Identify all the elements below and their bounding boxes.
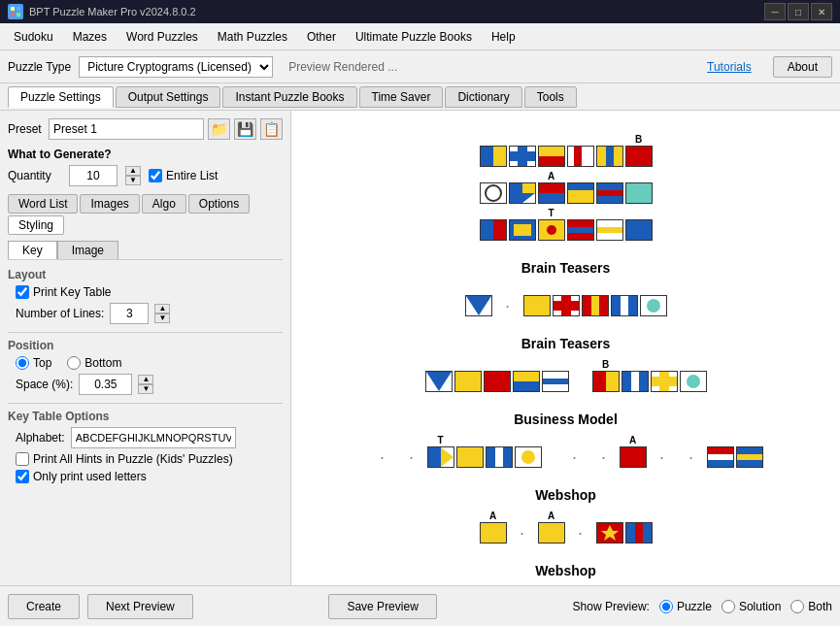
lines-input[interactable]: [110, 303, 149, 324]
preset-label: Preset: [8, 122, 45, 136]
svg-rect-43: [591, 296, 599, 315]
solution-radio[interactable]: [722, 600, 735, 613]
next-preview-button[interactable]: Next Preview: [87, 594, 193, 619]
preset-save-button[interactable]: 💾: [234, 118, 256, 140]
svg-rect-22: [568, 183, 593, 190]
cell-col: [596, 134, 623, 167]
svg-marker-18: [522, 183, 535, 193]
preview-content: B A: [291, 111, 840, 585]
preset-save-as-button[interactable]: 📋: [260, 118, 283, 140]
save-preview-button[interactable]: Save Preview: [328, 594, 436, 619]
quantity-input[interactable]: [69, 165, 118, 186]
both-radio-text: Both: [808, 600, 832, 613]
svg-point-68: [521, 450, 535, 464]
tutorials-button[interactable]: Tutorials: [693, 57, 765, 77]
space-row: Space (%): ▲ ▼: [16, 374, 283, 395]
space-up[interactable]: ▲: [138, 375, 153, 384]
puzzle-section-brain-teasers-1: Brain Teasers ·: [311, 260, 821, 316]
key-table-options-label: Key Table Options: [8, 410, 283, 423]
bottom-radio[interactable]: [67, 356, 81, 370]
svg-rect-0: [11, 7, 15, 11]
cell-col: B: [625, 134, 653, 167]
quantity-spinner: ▲ ▼: [125, 166, 141, 185]
svg-rect-19: [539, 183, 564, 193]
key-tabs: Key Image: [8, 241, 283, 260]
show-preview-label: Show Preview:: [573, 600, 650, 613]
lines-down[interactable]: ▼: [154, 313, 170, 323]
puzzle-section-webshop-1: Webshop A · A ·: [311, 487, 821, 544]
key-table-options-content: Alphabet: Print All Hints in Puzzle (Kid…: [8, 427, 283, 483]
image-tab[interactable]: Image: [57, 241, 118, 259]
menu-word-puzzles[interactable]: Word Puzzles: [117, 26, 208, 48]
about-button[interactable]: About: [773, 56, 832, 78]
window-controls: ─ □ ✕: [764, 3, 832, 20]
puzzle-type-label: Puzzle Type: [8, 60, 71, 74]
cell-col: [538, 134, 565, 167]
svg-rect-48: [455, 372, 481, 391]
svg-rect-75: [481, 523, 506, 543]
entire-list-checkbox[interactable]: [149, 169, 162, 182]
svg-rect-53: [543, 379, 568, 384]
puzzle-section-brain-teasers-2: Brain Teasers B: [311, 336, 821, 392]
sub-tab-algo[interactable]: Algo: [142, 194, 186, 214]
show-preview-group: Show Preview: Puzzle Solution Both: [573, 600, 832, 613]
menu-other[interactable]: Other: [297, 26, 346, 48]
quantity-row: Quantity ▲ ▼ Entire List: [8, 165, 283, 186]
minimize-button[interactable]: ─: [764, 3, 786, 20]
puzzle-radio[interactable]: [659, 600, 673, 613]
svg-rect-55: [606, 372, 619, 391]
preview-area: B A: [291, 111, 840, 585]
tab-tools[interactable]: Tools: [524, 86, 577, 108]
close-button[interactable]: ✕: [811, 3, 832, 20]
tab-dictionary[interactable]: Dictionary: [445, 86, 521, 108]
key-tab[interactable]: Key: [8, 241, 57, 259]
what-to-generate-label: What to Generate?: [8, 148, 283, 161]
only-used-label: Only print used letters: [16, 470, 283, 483]
print-all-hints-checkbox[interactable]: [16, 452, 29, 466]
menu-sudoku[interactable]: Sudoku: [4, 26, 63, 48]
puzzle-radio-text: Puzzle: [677, 600, 712, 613]
space-spinner: ▲ ▼: [138, 375, 153, 394]
puzzle-radio-label: Puzzle: [659, 600, 712, 613]
quantity-label: Quantity: [8, 169, 61, 182]
lines-up[interactable]: ▲: [154, 304, 170, 313]
sub-tab-images[interactable]: Images: [80, 194, 139, 214]
create-button[interactable]: Create: [8, 594, 80, 619]
both-radio-label: Both: [790, 600, 832, 613]
print-key-table-checkbox[interactable]: [16, 285, 29, 299]
svg-point-31: [547, 225, 556, 235]
menu-mazes[interactable]: Mazes: [63, 26, 117, 48]
svg-rect-25: [626, 183, 652, 203]
both-radio[interactable]: [790, 600, 804, 613]
tab-instant-puzzle-books[interactable]: Instant Puzzle Books: [222, 86, 356, 108]
app-icon: [8, 4, 23, 19]
tab-puzzle-settings[interactable]: Puzzle Settings: [8, 86, 114, 108]
sub-tab-word-list[interactable]: Word List: [8, 194, 78, 214]
sub-tab-options[interactable]: Options: [188, 194, 250, 214]
top-radio[interactable]: [16, 356, 29, 370]
puzzle-type-select[interactable]: Picture Cryptograms (Licensed): [79, 56, 273, 78]
svg-rect-69: [621, 447, 646, 467]
brain-teasers-1-title: Brain Teasers: [311, 260, 821, 276]
restore-button[interactable]: □: [788, 3, 809, 20]
preset-folder-button[interactable]: 📁: [208, 118, 230, 140]
tab-time-saver[interactable]: Time Saver: [359, 86, 444, 108]
menu-help[interactable]: Help: [482, 26, 525, 48]
sub-tab-styling[interactable]: Styling: [8, 215, 64, 235]
alphabet-input[interactable]: [71, 427, 236, 448]
titlebar: BPT Puzzle Maker Pro v2024.8.0.2 ─ □ ✕: [0, 0, 840, 23]
webshop-2-title: Webshop: [311, 563, 821, 578]
svg-rect-80: [635, 523, 643, 543]
menu-ultimate-puzzle-books[interactable]: Ultimate Puzzle Books: [346, 26, 482, 48]
puzzle-row-2: A: [311, 171, 821, 204]
menu-math-puzzles[interactable]: Math Puzzles: [208, 26, 297, 48]
space-down[interactable]: ▼: [138, 384, 153, 394]
preset-input[interactable]: [49, 118, 204, 140]
only-used-checkbox[interactable]: [16, 470, 29, 483]
space-input[interactable]: [79, 374, 132, 395]
quantity-down[interactable]: ▼: [125, 176, 141, 185]
print-all-hints-label: Print All Hints in Puzzle (Kids' Puzzles…: [16, 452, 283, 466]
tab-output-settings[interactable]: Output Settings: [116, 86, 221, 108]
solution-radio-label: Solution: [722, 600, 781, 613]
quantity-up[interactable]: ▲: [125, 166, 141, 176]
